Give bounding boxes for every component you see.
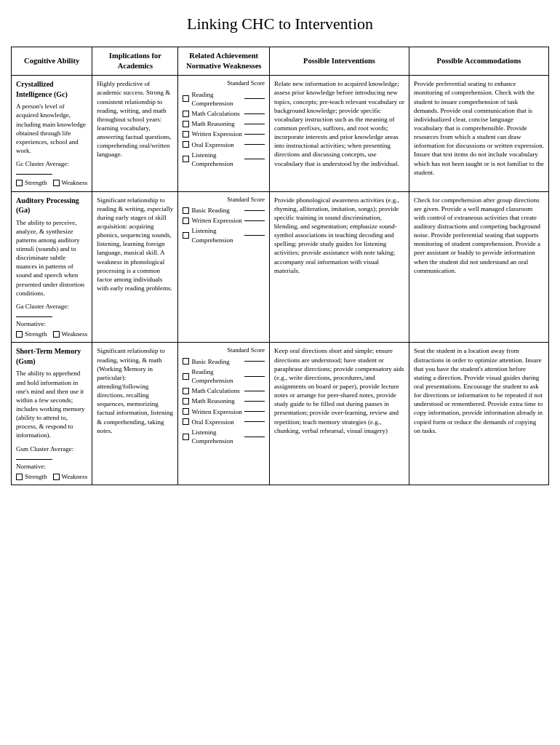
strength-checkbox-crystallized[interactable]: Strength [16,178,47,187]
score-label-auditory-1: Written Expression [191,216,242,225]
score-row-crystallized-0[interactable]: Reading Comprehension [183,90,265,108]
strength-weakness-row-shortterm: Strength Weakness [16,472,87,481]
score-chk-crystallized-5 [183,156,189,162]
cluster-label-shortterm: Gsm Cluster Average: [16,445,87,462]
score-label-auditory-2: Listening Comprehension [191,226,242,244]
score-row-shortterm-6[interactable]: Listening Comprehension [183,428,265,445]
weakness-label-shortterm: Weakness [62,472,88,481]
score-chk-crystallized-1 [183,111,189,117]
strength-label-auditory: Strength [25,330,47,338]
cognitive-cell-auditory: Auditory Processing (Ga) The ability to … [12,191,92,343]
score-chk-shortterm-6 [183,434,189,440]
cognitive-cell-crystallized: Crystallized Intelligence (Gc) A person'… [12,76,92,191]
strength-weakness-row-auditory: Strength Weakness [16,330,87,338]
score-row-shortterm-3[interactable]: Math Reasoning [183,397,265,405]
cognitive-title-auditory: Auditory Processing (Ga) [16,196,87,215]
score-row-crystallized-4[interactable]: Oral Expression [183,140,265,149]
score-label-shortterm-0: Basic Reading [191,357,242,366]
standard-score-label-shortterm: Standard Score [183,346,265,354]
cluster-label-crystallized: Gc Cluster Average: [16,159,87,177]
score-chk-crystallized-4 [183,141,189,148]
score-row-shortterm-5[interactable]: Oral Expression [183,418,265,426]
col-header-implications: Implications for Academics [92,47,178,76]
score-chk-auditory-0 [183,207,189,214]
accommodations-cell-shortterm: Seat the student in a location away from… [409,343,548,485]
score-label-shortterm-1: Reading Comprehension [191,367,242,385]
score-label-crystallized-0: Reading Comprehension [191,90,242,108]
score-line-crystallized-4 [244,144,265,145]
score-line-shortterm-2 [244,391,265,391]
col-header-cognitive: Cognitive Ability [12,47,92,76]
score-row-shortterm-2[interactable]: Math Calculations [183,386,265,395]
weakness-chk-shortterm [53,474,60,480]
score-line-crystallized-1 [244,113,265,114]
cognitive-body-shortterm: The ability to apprehend and hold inform… [16,369,87,439]
interventions-cell-auditory: Provide phonological awareness activitie… [270,191,409,343]
score-label-shortterm-5: Oral Expression [191,418,242,426]
score-line-shortterm-3 [244,401,265,402]
normative-label-shortterm: Normative: [16,462,87,471]
score-row-crystallized-5[interactable]: Listening Comprehension [183,151,265,168]
score-chk-shortterm-2 [183,388,189,394]
score-line-crystallized-2 [244,124,265,124]
implications-cell-crystallized: Highly predictive of academic success. S… [92,76,178,191]
score-row-shortterm-1[interactable]: Reading Comprehension [183,367,265,385]
strength-checkbox-auditory[interactable]: Strength [16,330,47,338]
score-label-auditory-0: Basic Reading [191,206,242,215]
score-line-shortterm-6 [244,437,265,437]
score-row-shortterm-4[interactable]: Written Expression [183,407,265,416]
score-label-crystallized-4: Oral Expression [191,140,242,149]
cognitive-cell-shortterm: Short-Term Memory (Gsm) The ability to a… [12,343,92,485]
score-label-crystallized-5: Listening Comprehension [191,151,242,168]
page-title: Linking CHC to Intervention [11,15,549,33]
strength-weakness-row-crystallized: Strength Weakness [16,178,87,187]
score-chk-shortterm-5 [183,418,189,425]
main-table: Cognitive Ability Implications for Acade… [11,47,549,485]
weakness-checkbox-auditory[interactable]: Weakness [53,330,88,338]
strength-checkbox-shortterm[interactable]: Strength [16,472,47,481]
score-label-crystallized-1: Math Calculations [191,109,242,118]
interventions-cell-crystallized: Relate new information to acquired knowl… [270,76,409,191]
achievement-cell-crystallized: Standard Score Reading Comprehension Mat… [178,76,270,191]
score-row-crystallized-3[interactable]: Written Expression [183,130,265,138]
interventions-cell-shortterm: Keep oral directions short and simple; e… [270,343,409,485]
achievement-cell-shortterm: Standard Score Basic Reading Reading Com… [178,343,270,485]
score-row-auditory-2[interactable]: Listening Comprehension [183,226,265,244]
score-line-shortterm-5 [244,421,265,422]
score-row-crystallized-1[interactable]: Math Calculations [183,109,265,118]
score-chk-shortterm-1 [183,373,189,380]
score-row-auditory-0[interactable]: Basic Reading [183,206,265,215]
weakness-chk-auditory [53,331,60,338]
implications-cell-auditory: Significant relationship to reading & wr… [92,191,178,343]
score-label-shortterm-3: Math Reasoning [191,397,242,405]
standard-score-label-crystallized: Standard Score [183,79,265,87]
score-label-shortterm-4: Written Expression [191,407,242,416]
score-row-crystallized-2[interactable]: Math Reasoning [183,119,265,128]
score-chk-auditory-2 [183,232,189,239]
strength-chk-crystallized [16,180,23,186]
weakness-checkbox-shortterm[interactable]: Weakness [53,472,88,481]
strength-label-shortterm: Strength [25,472,47,481]
score-chk-crystallized-2 [183,121,189,127]
score-label-shortterm-6: Listening Comprehension [191,428,242,445]
col-header-interventions: Possible Interventions [270,47,409,76]
score-line-shortterm-4 [244,411,265,412]
strength-label-crystallized: Strength [25,178,47,187]
weakness-label-auditory: Weakness [62,330,88,338]
score-row-auditory-1[interactable]: Written Expression [183,216,265,225]
implications-cell-shortterm: Significant relationship to reading, wri… [92,343,178,485]
score-line-crystallized-0 [244,98,265,99]
weakness-checkbox-crystallized[interactable]: Weakness [53,178,88,187]
cognitive-body-crystallized: A person's level of acquired knowledge, … [16,102,87,155]
score-chk-crystallized-0 [183,95,189,102]
normative-label-auditory: Normative: [16,319,87,328]
cognitive-title-shortterm: Short-Term Memory (Gsm) [16,346,87,366]
accommodations-cell-crystallized: Provide preferential seating to enhance … [409,76,548,191]
score-line-shortterm-1 [244,376,265,377]
score-row-shortterm-0[interactable]: Basic Reading [183,357,265,366]
score-line-crystallized-3 [244,134,265,135]
achievement-cell-auditory: Standard Score Basic Reading Written Exp… [178,191,270,343]
score-line-shortterm-0 [244,361,265,362]
score-line-auditory-1 [244,220,265,221]
achievement-header-text: Related AchievementNormative Weaknesses [186,52,261,70]
